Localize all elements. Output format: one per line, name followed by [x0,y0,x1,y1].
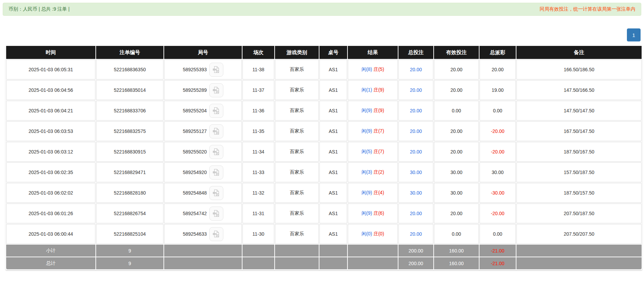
cell-result: 闲(9) 庄(7) [348,121,398,141]
cell-table-no: AS1 [319,224,347,244]
currency-summary-text: 币别：人民币 | 总共 :9 注单 | [9,6,69,12]
cell-time: 2025-01-03 06:01:26 [6,203,95,223]
cell-round-no: 589255020 [164,142,242,162]
cell-game-type: 百家乐 [275,60,319,79]
total-empty-cell [319,257,347,269]
cell-valid-bet: 20.00 [434,60,479,79]
cell-round-no: 589255289 [164,80,242,100]
round-number: 589254848 [183,190,207,196]
total-payout: -21.00 [479,257,516,269]
video-replay-button[interactable] [209,104,223,118]
cell-game-type: 百家乐 [275,203,319,223]
cell-time: 2025-01-03 06:05:31 [6,60,95,79]
result-player: 闲(9) [362,210,372,216]
cell-game-type: 百家乐 [275,224,319,244]
cell-total-bet-link[interactable]: 30.00 [398,162,433,182]
cell-payout: -20.00 [479,121,516,141]
total-empty-cell [275,257,319,269]
video-replay-button[interactable] [209,124,223,138]
subtotal-count: 9 [96,245,163,257]
result-player: 闲(0) [362,231,372,236]
cell-time: 2025-01-03 06:04:56 [6,80,95,100]
video-replay-icon [211,188,221,198]
column-header-session: 场次 [242,46,274,59]
video-replay-icon [211,85,221,95]
cell-time: 2025-01-03 06:03:53 [6,121,95,141]
result-banker: 庄(7) [373,128,384,134]
cell-result: 闲(9) 庄(9) [348,101,398,121]
total-row: 总计 9 200.00 160.00 -21.00 [6,257,642,269]
cell-round-no: 589254848 [164,183,242,203]
cell-table-no: AS1 [319,162,347,182]
round-number: 589254742 [183,211,207,216]
video-replay-icon [211,167,221,177]
cell-total-bet-link[interactable]: 20.00 [398,121,433,141]
result-banker: 庄(5) [373,66,384,72]
result-banker: 庄(0) [373,231,384,236]
video-replay-button[interactable] [209,63,223,77]
video-replay-button[interactable] [209,227,223,241]
cell-payout: -30.00 [479,183,516,203]
cell-total-bet-link[interactable]: 20.00 [398,142,433,162]
subtotal-empty-cell [319,245,347,257]
cell-bet-id: 522168830915 [96,142,163,162]
cell-session: 11-35 [242,121,274,141]
cell-total-bet-link[interactable]: 20.00 [398,80,433,100]
subtotal-empty-cell [242,245,274,257]
cell-payout: -20.00 [479,142,516,162]
cell-bet-id: 522168833706 [96,101,163,121]
subtotal-empty-cell [164,245,242,257]
cell-result: 闲(9) 庄(4) [348,183,398,203]
video-replay-button[interactable] [209,145,223,159]
round-number: 589254633 [183,231,207,237]
total-empty-cell [516,257,642,269]
cell-session: 11-33 [242,162,274,182]
cell-session: 11-37 [242,80,274,100]
cell-game-type: 百家乐 [275,142,319,162]
cell-total-bet-link[interactable]: 20.00 [398,203,433,223]
subtotal-label: 小计 [6,245,95,257]
result-banker: 庄(4) [373,190,384,195]
cell-result: 闲(0) 庄(0) [348,224,398,244]
subtotal-row: 小计 9 200.00 160.00 -21.00 [6,245,642,257]
table-row: 2025-01-03 06:03:53 522168832575 5892551… [6,121,642,141]
video-replay-button[interactable] [209,186,223,200]
cell-total-bet-link[interactable]: 20.00 [398,101,433,121]
video-replay-button[interactable] [209,83,223,97]
pagination-page-1-button[interactable]: 1 [627,28,641,41]
cell-bet-id: 522168835014 [96,80,163,100]
table-row: 2025-01-03 06:00:44 522168825104 5892546… [6,224,642,244]
round-number: 589255127 [183,128,207,134]
cell-game-type: 百家乐 [275,121,319,141]
cell-total-bet-link[interactable]: 20.00 [398,60,433,79]
column-header-round-no: 局号 [164,46,242,59]
total-total-bet: 200.00 [398,257,433,269]
total-count: 9 [96,257,163,269]
video-replay-icon [211,229,221,239]
video-replay-icon [211,208,221,219]
cell-remark: 207.50/187.50 [516,203,642,223]
cell-payout: 19.00 [479,80,516,100]
cell-table-no: AS1 [319,203,347,223]
round-number: 589255289 [183,87,207,93]
round-number: 589255393 [183,67,207,72]
cell-total-bet-link[interactable]: 30.00 [398,183,433,203]
cell-table-no: AS1 [319,101,347,121]
video-replay-button[interactable] [209,165,223,180]
total-valid-bet: 160.00 [434,257,479,269]
result-banker: 庄(6) [373,210,384,216]
cell-total-bet-link[interactable]: 20.00 [398,224,433,244]
cell-round-no: 589254920 [164,162,242,182]
column-header-table-no: 桌号 [319,46,347,59]
video-replay-button[interactable] [209,207,223,221]
result-player: 闲(9) [362,108,372,113]
cell-valid-bet: 0.00 [434,224,479,244]
result-player: 闲(8) [362,66,372,72]
cell-valid-bet: 20.00 [434,80,479,100]
column-header-total-bet: 总投注 [398,46,433,59]
cell-result: 闲(1) 庄(9) [348,80,398,100]
cell-valid-bet: 0.00 [434,101,479,121]
column-header-remark: 备注 [516,46,642,59]
result-banker: 庄(9) [373,108,384,113]
cell-time: 2025-01-03 06:02:35 [6,162,95,182]
